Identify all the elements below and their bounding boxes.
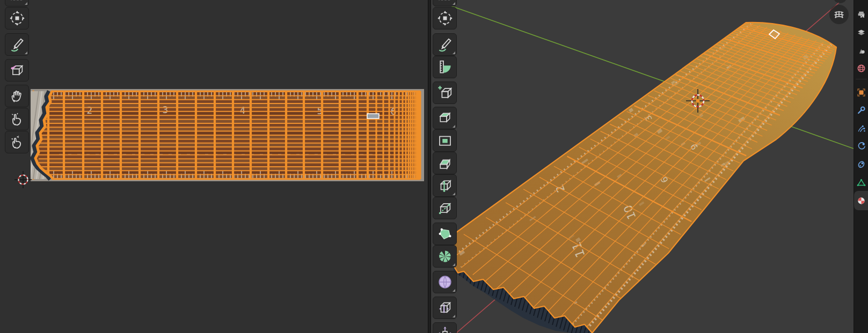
rip-region-icon [9,62,25,78]
select-box-icon [437,0,453,3]
measure-icon [437,59,453,75]
tool-loop-cut[interactable] [433,174,457,197]
bevel-icon [437,155,453,171]
tool-bevel[interactable] [433,152,457,174]
extrude-region-icon [437,110,453,126]
spin-icon [437,248,453,264]
world-icon [857,64,866,73]
knife-icon [437,200,453,216]
tab-constraints-properties[interactable] [854,156,868,172]
blender-window: 23456 39621011 [0,0,868,333]
uv-editor-canvas[interactable]: 23456 [0,0,428,333]
tool-spin[interactable] [433,245,457,268]
svg-text:2: 2 [87,105,93,116]
inset-faces-icon [437,132,453,149]
svg-text:4: 4 [240,105,246,116]
tab-view-layer-properties[interactable] [854,24,868,40]
tab-world-properties[interactable] [854,60,868,76]
subtool-indicator [453,2,455,5]
tool-knife[interactable] [433,197,457,219]
tool-transform[interactable] [433,7,457,29]
modifiers-icon [857,106,866,115]
tool-select-box[interactable] [433,0,457,6]
tool-grab[interactable] [5,85,29,107]
pinch-icon [9,134,25,150]
tool-extrude-region[interactable] [433,107,457,129]
uv-editor: 23456 [0,0,428,333]
scene-icon [857,46,866,55]
tool-rip-region[interactable] [5,59,29,82]
add-cube-icon [437,85,453,101]
viewport-3d: 39621011 [431,0,854,333]
relax-icon [9,111,25,127]
shrink-fatten-icon [437,325,453,333]
tool-annotate[interactable] [433,33,457,56]
poly-build-icon [437,226,453,242]
subtool-indicator [453,289,455,292]
svg-text:3: 3 [163,105,169,115]
tool-measure[interactable] [433,56,457,78]
tool-transform[interactable] [5,7,29,29]
tab-modifiers-properties[interactable] [854,102,868,118]
transform-icon [9,10,25,26]
tool-smooth[interactable] [433,271,457,293]
view-layer-icon [857,28,866,37]
subtool-indicator [453,193,455,195]
tool-select-box[interactable] [5,0,29,6]
viewport-3d-canvas[interactable]: 39621011 [431,0,854,333]
perspective-toggle-button[interactable] [829,5,849,24]
subtool-indicator [453,51,455,54]
object-icon [857,88,866,97]
properties-tab-strip [854,0,868,333]
tool-inset-faces[interactable] [433,129,457,152]
tool-annotate[interactable] [5,33,29,56]
particles-icon [857,124,866,133]
subtool-indicator [25,2,27,5]
tab-physics-properties[interactable] [854,138,868,154]
tab-material-properties[interactable] [854,191,868,210]
subtool-indicator [453,125,455,128]
perspective-grid-icon [833,8,845,21]
tab-scene-properties[interactable] [854,42,868,58]
physics-icon [857,142,866,151]
tool-poly-build[interactable] [433,223,457,245]
uv-wireframe [32,91,420,180]
annotate-icon [9,36,25,53]
transform-icon [437,10,453,26]
edge-slide-icon [437,300,453,316]
material-icon [857,196,866,205]
tool-edge-slide[interactable] [433,297,457,319]
grab-icon [9,88,25,104]
constraints-icon [857,160,866,169]
output-icon [857,10,866,19]
subtool-indicator [25,51,27,54]
object-data-icon [857,178,866,187]
tab-object-data-properties[interactable] [854,174,868,190]
loop-cut-icon [437,177,453,194]
subtool-indicator [453,315,455,317]
tool-shrink-fatten[interactable] [433,322,457,333]
tool-relax[interactable] [5,108,29,130]
tool-add-cube[interactable] [433,82,457,104]
subtool-indicator [453,263,455,266]
tab-output-properties[interactable] [854,6,868,23]
annotate-icon [437,36,453,53]
uv-active-face [367,114,379,119]
tool-pinch[interactable] [5,131,29,153]
tab-particles-properties[interactable] [854,120,868,136]
select-box-icon [9,0,25,3]
tab-group-separator [856,79,867,79]
tab-object-properties[interactable] [854,84,868,100]
smooth-icon [437,274,453,290]
